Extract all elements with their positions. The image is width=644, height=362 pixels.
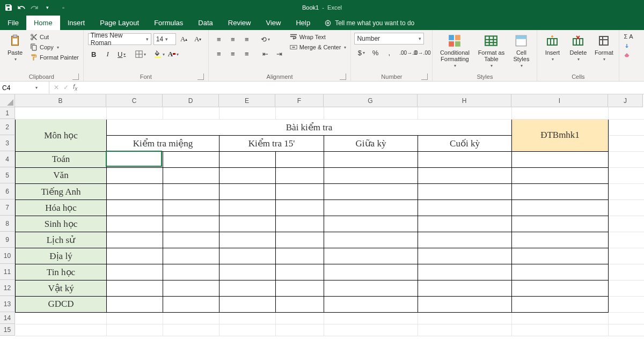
cell[interactable]	[276, 312, 324, 324]
cell[interactable]	[324, 324, 418, 336]
cell[interactable]	[418, 324, 512, 336]
cell[interactable]	[163, 200, 219, 216]
cut-button[interactable]: Cut	[29, 33, 80, 41]
redo-icon[interactable]	[30, 3, 39, 12]
cell[interactable]: Sinh học	[16, 216, 107, 232]
row-header-13[interactable]: 13	[0, 296, 15, 312]
undo-icon[interactable]	[17, 3, 26, 12]
shrink-font-button[interactable]: A▾	[192, 33, 204, 45]
underline-button[interactable]: U▾	[116, 48, 128, 60]
tab-review[interactable]: Review	[221, 16, 259, 30]
cell[interactable]	[324, 107, 418, 119]
align-center-button[interactable]: ≡	[227, 48, 239, 60]
tab-insert[interactable]: Insert	[60, 16, 93, 30]
col-header-C[interactable]: C	[106, 94, 163, 107]
qat-customize-icon[interactable]: ▾	[43, 3, 52, 12]
cell[interactable]	[512, 216, 609, 232]
align-middle-button[interactable]: ≡	[227, 33, 239, 45]
wrap-text-button[interactable]: Wrap Text	[289, 33, 348, 41]
cell[interactable]	[276, 232, 324, 248]
cell[interactable]	[609, 248, 645, 264]
cell[interactable]	[512, 324, 609, 336]
cell-styles-button[interactable]: Cell Styles▾	[509, 31, 533, 68]
insert-cells-button[interactable]: Insert▾	[540, 31, 564, 62]
cell[interactable]	[609, 107, 645, 119]
cell[interactable]	[512, 183, 609, 200]
row-header-10[interactable]: 10	[0, 248, 15, 264]
cell[interactable]	[219, 107, 276, 119]
cell[interactable]: Giữa kỳ	[324, 135, 418, 151]
row-header-2[interactable]: 2	[0, 119, 15, 135]
cell[interactable]	[107, 151, 163, 167]
row-header-5[interactable]: 5	[0, 167, 15, 183]
cell[interactable]	[276, 167, 324, 183]
cell[interactable]	[324, 200, 418, 216]
cell[interactable]	[107, 200, 163, 216]
tab-file[interactable]: File	[0, 16, 26, 30]
cell[interactable]	[512, 264, 609, 280]
cell[interactable]	[219, 324, 276, 336]
cell[interactable]	[276, 151, 324, 167]
cell[interactable]	[163, 167, 219, 183]
cell[interactable]	[418, 232, 512, 248]
cell[interactable]	[609, 324, 645, 336]
cell[interactable]	[163, 107, 219, 119]
cell[interactable]	[324, 248, 418, 264]
merge-center-button[interactable]: Merge & Center▾	[289, 43, 348, 51]
cell[interactable]	[324, 264, 418, 280]
cell[interactable]	[512, 107, 609, 119]
cell[interactable]	[418, 312, 512, 324]
cell[interactable]	[16, 312, 107, 324]
col-header-B[interactable]: B	[15, 94, 106, 107]
col-header-E[interactable]: E	[219, 94, 275, 107]
cell[interactable]	[163, 151, 219, 167]
col-header-G[interactable]: G	[324, 94, 418, 107]
cell[interactable]	[107, 183, 163, 200]
cell[interactable]	[609, 183, 645, 200]
cell[interactable]	[163, 296, 219, 312]
cell[interactable]	[107, 264, 163, 280]
cell[interactable]	[609, 264, 645, 280]
cell[interactable]	[609, 232, 645, 248]
tab-home[interactable]: Home	[26, 16, 60, 30]
row-header-14[interactable]: 14	[0, 312, 15, 324]
cell[interactable]	[324, 312, 418, 324]
name-box[interactable]: ▾	[0, 82, 49, 94]
align-right-button[interactable]: ≡	[241, 48, 253, 60]
cell[interactable]	[609, 216, 645, 232]
row-header-7[interactable]: 7	[0, 200, 15, 216]
clipboard-launcher-icon[interactable]	[72, 73, 79, 80]
cell[interactable]	[276, 296, 324, 312]
cell[interactable]	[219, 151, 276, 167]
tab-view[interactable]: View	[258, 16, 288, 30]
cell[interactable]	[324, 151, 418, 167]
tab-page-layout[interactable]: Page Layout	[92, 16, 147, 30]
copy-button[interactable]: Copy▾	[29, 43, 80, 51]
fill-button[interactable]	[623, 42, 634, 49]
cell[interactable]	[107, 248, 163, 264]
font-name-combo[interactable]: Times New Roman▾	[88, 33, 151, 45]
cell[interactable]	[219, 232, 276, 248]
format-painter-button[interactable]: Format Painter	[29, 53, 80, 62]
col-header-D[interactable]: D	[163, 94, 219, 107]
orientation-button[interactable]: ⟲▾	[260, 33, 272, 45]
autosum-button[interactable]: Σ A	[623, 33, 634, 40]
cell[interactable]	[324, 280, 418, 296]
cell[interactable]: Kiểm tra miệng	[107, 135, 219, 151]
save-icon[interactable]	[4, 3, 13, 12]
cell[interactable]	[107, 280, 163, 296]
cell[interactable]: Kiểm tra 15'	[219, 135, 324, 151]
accounting-button[interactable]: $▾	[355, 47, 367, 58]
row-header-1[interactable]: 1	[0, 107, 15, 119]
cell[interactable]: Hóa học	[16, 200, 107, 216]
cell[interactable]	[324, 167, 418, 183]
increase-decimal-button[interactable]: .00→.0	[402, 47, 414, 58]
cell[interactable]	[107, 107, 163, 119]
cell[interactable]	[418, 280, 512, 296]
cell[interactable]	[163, 324, 219, 336]
cell[interactable]	[219, 183, 276, 200]
col-header-J[interactable]: J	[608, 94, 643, 107]
cell[interactable]	[163, 264, 219, 280]
col-header-F[interactable]: F	[275, 94, 324, 107]
cell[interactable]	[512, 296, 609, 312]
